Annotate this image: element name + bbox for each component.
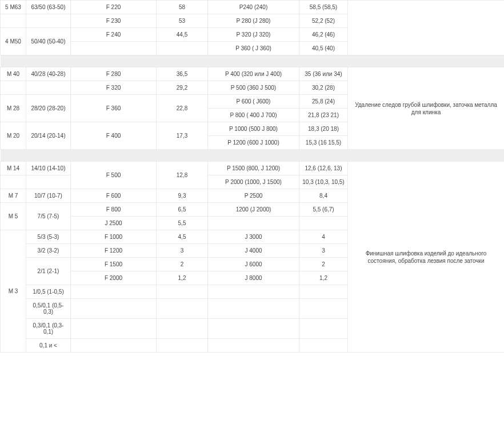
- col-iso-micron: 18,3 (20 18): [299, 122, 348, 136]
- col-iso-micron: 15,3 (16 15,5): [299, 136, 348, 150]
- col-iso-micron: [299, 299, 348, 319]
- col-fraction: 63/50 (63-50): [26, 1, 71, 14]
- col-fepa-micron: [157, 42, 208, 55]
- col-fraction: 40/28 (40-28): [26, 67, 71, 81]
- col-fepa: F 1200: [71, 244, 157, 258]
- col-fraction: 2/1 (2-1): [26, 258, 71, 285]
- col-fepa: F 600: [71, 189, 157, 203]
- col-iso: P 1200 (600 J 1000): [208, 136, 299, 150]
- col-mark: М 7: [1, 189, 26, 203]
- col-iso: [208, 319, 299, 339]
- col-fepa: F 230: [71, 14, 157, 28]
- col-iso: P240 (240): [208, 1, 299, 14]
- col-fepa: F 1500: [71, 258, 157, 271]
- table-row: 5 М6363/50 (63-50)F 22058P240 (240)58,5 …: [1, 1, 505, 14]
- col-fraction: 20/14 (20-14): [26, 122, 71, 150]
- section-separator: [1, 55, 505, 67]
- col-fepa-micron: [157, 299, 208, 319]
- col-fepa-micron: 36,5: [157, 67, 208, 81]
- col-fepa-micron: [157, 285, 208, 299]
- col-fepa-micron: 22,8: [157, 95, 208, 122]
- col-fraction: 28/20 (28-20): [26, 95, 71, 122]
- col-iso: P 280 (J 280): [208, 14, 299, 28]
- col-iso: P 320 (J 320): [208, 28, 299, 42]
- col-iso: P 500 (360 J 500): [208, 81, 299, 95]
- col-iso: P 600 ( J600): [208, 95, 299, 109]
- col-iso-micron: [299, 319, 348, 339]
- col-fepa-micron: 3: [157, 244, 208, 258]
- col-iso-micron: [299, 285, 348, 299]
- section-separator: [1, 150, 505, 162]
- col-iso-micron: 4: [299, 230, 348, 244]
- col-fepa-micron: 53: [157, 14, 208, 28]
- col-fraction: 0,3/0,1 (0,3-0,1): [26, 319, 71, 339]
- col-mark: М 14: [1, 162, 26, 175]
- col-iso: [208, 299, 299, 319]
- col-iso: J 6000: [208, 258, 299, 271]
- col-fepa-micron: 5,5: [157, 217, 208, 230]
- col-iso-micron: 35 (36 или 34): [299, 67, 348, 81]
- separator-cell: [1, 150, 505, 162]
- col-iso-micron: 52,2 (52): [299, 14, 348, 28]
- col-fraction: 1/0,5 (1-0,5): [26, 285, 71, 299]
- col-iso-micron: 21,8 (23 21): [299, 109, 348, 122]
- col-fepa: F 360: [71, 95, 157, 122]
- col-fepa: F 280: [71, 67, 157, 81]
- col-iso-micron: 5,5 (6,7): [299, 203, 348, 217]
- col-iso-micron: 1,2: [299, 271, 348, 285]
- col-mark: [1, 14, 26, 28]
- col-fraction: 7/5 (7-5): [26, 203, 71, 230]
- col-mark: 4 М50: [1, 28, 26, 55]
- col-fepa: F 800: [71, 203, 157, 217]
- col-iso-micron: 12,6 (12,6, 13): [299, 162, 348, 175]
- col-fepa: F 1000: [71, 230, 157, 244]
- col-fepa-micron: 12,8: [157, 162, 208, 189]
- col-fepa: [71, 319, 157, 339]
- section-note: Финишная шлифовка изделий до идеального …: [348, 162, 505, 353]
- col-fepa: F 220: [71, 1, 157, 14]
- col-fepa: F 240: [71, 28, 157, 42]
- col-fraction: [26, 81, 71, 95]
- col-iso-micron: 2: [299, 258, 348, 271]
- col-fepa-micron: 17,3: [157, 122, 208, 150]
- col-iso-micron: 8,4: [299, 189, 348, 203]
- col-iso: 1200 (J 2000): [208, 203, 299, 217]
- col-fepa: [71, 339, 157, 353]
- col-fepa: F 320: [71, 81, 157, 95]
- col-iso: P 2000 (1000, J 1500): [208, 175, 299, 189]
- col-fraction: [26, 14, 71, 28]
- table-row: М 4040/28 (40-28)F 28036,5P 400 (320 или…: [1, 67, 505, 81]
- col-mark: М 28: [1, 95, 26, 122]
- col-iso-micron: 10,3 (10,3, 10,5): [299, 175, 348, 189]
- grit-comparison-table: 5 М6363/50 (63-50)F 22058P240 (240)58,5 …: [0, 0, 504, 353]
- col-fepa: [71, 42, 157, 55]
- col-fraction: 10/7 (10-7): [26, 189, 71, 203]
- col-fraction: 3/2 (3-2): [26, 244, 71, 258]
- col-iso-micron: [299, 339, 348, 353]
- col-fraction: 5/3 (5-3): [26, 230, 71, 244]
- col-iso-micron: 25,8 (24): [299, 95, 348, 109]
- col-fraction: 14/10 (14-10): [26, 162, 71, 175]
- section-note: Удаление следов грубой шлифовки, заточка…: [348, 67, 505, 150]
- col-mark: М 20: [1, 122, 26, 150]
- col-fepa-micron: 2: [157, 258, 208, 271]
- col-fraction: 0,1 и <: [26, 339, 71, 353]
- col-fepa: [71, 299, 157, 319]
- col-iso: [208, 285, 299, 299]
- col-iso: [208, 217, 299, 230]
- col-fepa-micron: 9,3: [157, 189, 208, 203]
- col-iso: P 2500: [208, 189, 299, 203]
- col-iso-micron: [299, 217, 348, 230]
- table-row: М 1414/10 (14-10)F 50012,8P 1500 (800, J…: [1, 162, 505, 175]
- col-iso: P 400 (320 или J 400): [208, 67, 299, 81]
- separator-cell: [1, 55, 505, 67]
- col-fepa-micron: 4,5: [157, 230, 208, 244]
- col-iso: [208, 339, 299, 353]
- col-iso-micron: 58,5 (58,5): [299, 1, 348, 14]
- col-mark: 5 М63: [1, 1, 26, 14]
- col-fepa-micron: [157, 319, 208, 339]
- col-fepa: F 2000: [71, 271, 157, 285]
- col-mark: М 3: [1, 230, 26, 353]
- col-fraction: 0,5/0,1 (0,5-0,3): [26, 299, 71, 319]
- col-mark: [1, 81, 26, 95]
